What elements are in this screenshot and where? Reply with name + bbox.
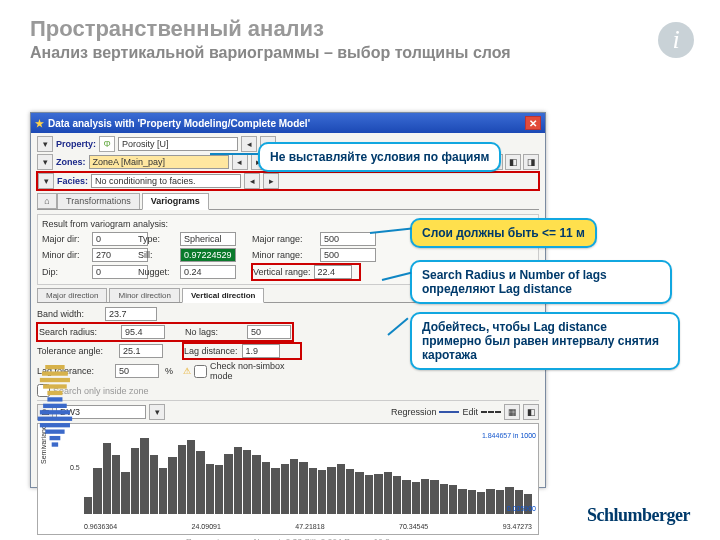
major-dir-label: Major dir: xyxy=(42,234,86,244)
regression-line-icon xyxy=(439,411,459,413)
no-lags-label: No lags: xyxy=(185,327,237,337)
tolerance-angle-label: Tolerance angle: xyxy=(37,346,109,356)
minor-range-label: Minor range: xyxy=(252,250,314,260)
tab-icon[interactable]: ⌂ xyxy=(37,193,57,209)
tool-icon[interactable]: ◧ xyxy=(505,154,521,170)
svg-rect-12 xyxy=(50,436,61,440)
prev-icon[interactable]: ◂ xyxy=(232,154,248,170)
chart-ytick: 0.5 xyxy=(70,464,80,471)
zones-field[interactable]: ZoneA [Main_pay] xyxy=(89,155,229,169)
arrow-icon xyxy=(210,153,258,155)
nugget-field[interactable]: 0.24 xyxy=(180,265,236,279)
major-range-field[interactable]: 500 xyxy=(320,232,376,246)
svg-rect-5 xyxy=(47,391,62,395)
slide-title: Пространственный анализ xyxy=(30,16,324,42)
tab-variograms[interactable]: Variograms xyxy=(142,193,209,210)
property-field[interactable]: Porosity [U] xyxy=(118,137,238,151)
callout-lag-distance: Добейтесь, чтобы Lag distance примерно б… xyxy=(410,312,680,370)
chart-curve xyxy=(84,430,532,535)
type-label: Type: xyxy=(138,234,174,244)
band-width-field[interactable]: 23.7 xyxy=(105,307,157,321)
svg-rect-2 xyxy=(42,371,68,375)
svg-rect-7 xyxy=(43,404,67,408)
lag-distance-group: Lag distance: 1.9 xyxy=(183,343,301,359)
svg-rect-13 xyxy=(52,442,58,446)
star-icon: ★ xyxy=(35,118,44,129)
dip-label: Dip: xyxy=(42,267,86,277)
minor-dir-label: Minor dir: xyxy=(42,250,86,260)
tool-icon[interactable]: ▦ xyxy=(504,404,520,420)
svg-rect-8 xyxy=(40,410,70,414)
sill-label: Sill: xyxy=(138,250,174,260)
vertical-range-field[interactable]: 22.4 xyxy=(314,265,352,279)
dropdown-icon[interactable]: ▾ xyxy=(37,154,53,170)
slide-subtitle: Анализ вертикальной вариограммы – выбор … xyxy=(30,44,511,62)
close-icon[interactable]: ✕ xyxy=(525,116,541,130)
tool-icon[interactable]: ◨ xyxy=(523,154,539,170)
tab-transformations[interactable]: Transformations xyxy=(57,193,140,209)
porosity-icon: Φ xyxy=(99,136,115,152)
titlebar[interactable]: ★ Data analysis with 'Property Modeling/… xyxy=(31,113,545,133)
tab-vertical-direction[interactable]: Vertical direction xyxy=(182,288,264,303)
prev-icon[interactable]: ◂ xyxy=(244,173,260,189)
prev-icon[interactable]: ◂ xyxy=(241,136,257,152)
svg-rect-9 xyxy=(38,417,72,421)
no-lags-field[interactable]: 50 xyxy=(247,325,291,339)
facies-label: Facies: xyxy=(57,176,88,186)
check-simbox-label: Check non-simbox mode xyxy=(210,361,293,381)
tool-icon[interactable]: ◧ xyxy=(523,404,539,420)
facies-field[interactable]: No conditioning to facies. xyxy=(91,174,241,188)
warning-icon: ⚠ xyxy=(183,366,191,376)
dropdown-icon[interactable]: ▾ xyxy=(37,136,53,152)
search-radius-label: Search radius: xyxy=(39,327,111,337)
sill-field[interactable]: 0.97224529 xyxy=(180,248,236,262)
callout-facies: Не выставляйте условия по фациям xyxy=(258,142,501,172)
lag-tolerance-field[interactable]: 50 xyxy=(115,364,159,378)
main-tabs: ⌂ Transformations Variograms xyxy=(37,193,539,210)
search-radius-field[interactable]: 95.4 xyxy=(121,325,165,339)
callout-layers: Слои должны быть <= 11 м xyxy=(410,218,597,248)
svg-rect-6 xyxy=(47,397,62,401)
search-nolags-group: Search radius: 95.4 No lags: 50 xyxy=(37,323,293,341)
callout-search-lags: Search Radius и Number of lags определяю… xyxy=(410,260,672,304)
svg-rect-10 xyxy=(40,423,70,427)
chart-xlabels: 0.9636364 24.09091 47.21818 70.34545 93.… xyxy=(84,523,532,530)
edit-label: Edit xyxy=(462,407,478,417)
tab-major-direction[interactable]: Major direction xyxy=(37,288,107,302)
chart-right-labels: 1.844657 in 1000 0.005900 xyxy=(482,432,536,512)
check-simbox[interactable] xyxy=(194,365,207,378)
sub-histogram xyxy=(34,365,78,451)
band-width-label: Band width: xyxy=(37,309,97,319)
schlumberger-logo: Schlumberger xyxy=(587,505,690,526)
svg-rect-4 xyxy=(43,384,67,388)
minor-range-field[interactable]: 500 xyxy=(320,248,376,262)
svg-rect-3 xyxy=(40,378,70,382)
svg-rect-1 xyxy=(45,365,64,369)
zones-label: Zones: xyxy=(56,157,86,167)
major-range-label: Major range: xyxy=(252,234,314,244)
tab-minor-direction[interactable]: Minor direction xyxy=(109,288,179,302)
next-icon[interactable]: ▸ xyxy=(263,173,279,189)
info-icon: i xyxy=(658,22,694,58)
vertical-range-label: Vertical range: xyxy=(253,267,311,277)
edit-line-icon xyxy=(481,411,501,413)
type-field[interactable]: Spherical xyxy=(180,232,236,246)
lag-distance-field[interactable]: 1.9 xyxy=(242,344,280,358)
tolerance-angle-field[interactable]: 25.1 xyxy=(119,344,163,358)
svg-rect-11 xyxy=(45,430,64,434)
dropdown-icon[interactable]: ▾ xyxy=(149,404,165,420)
nugget-label: Nugget: xyxy=(138,267,174,277)
dropdown-icon[interactable]: ▾ xyxy=(38,173,54,189)
lag-distance-label: Lag distance: xyxy=(184,346,238,356)
window-title: Data analysis with 'Property Modeling/Co… xyxy=(48,118,310,129)
variogram-chart: Semivariance 0.5 0.963636 xyxy=(37,423,539,535)
percent-label: % xyxy=(165,366,177,376)
property-label: Property: xyxy=(56,139,96,149)
regression-label: Regression xyxy=(391,407,437,417)
